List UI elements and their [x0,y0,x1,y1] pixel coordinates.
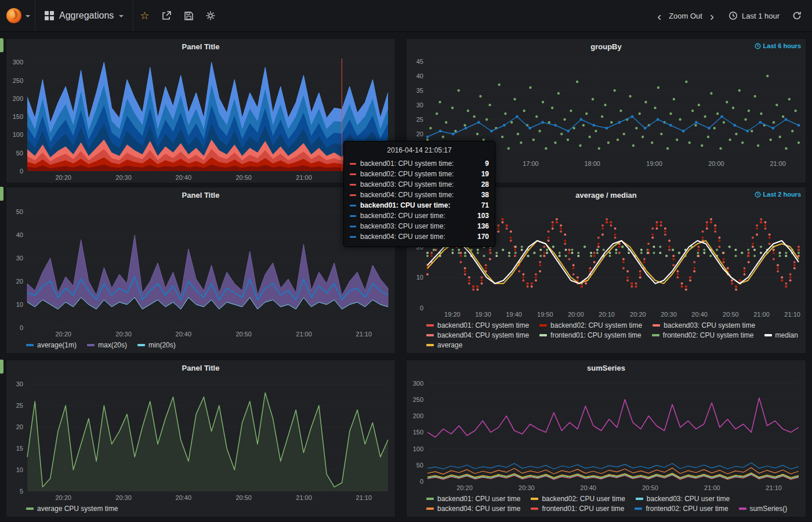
svg-text:20:50: 20:50 [642,484,658,491]
series-color-swatch [87,344,95,346]
series-color-dash [350,215,356,217]
legend-item[interactable]: backend04: CPU system time [426,331,529,339]
legend-item[interactable]: backend02: CPU user time [531,495,625,503]
tooltip-series-label: backend02: CPU system time: [360,170,454,178]
svg-text:19:50: 19:50 [537,311,553,318]
legend-label: frontend02: CPU system time [663,331,754,339]
svg-text:20:20: 20:20 [630,311,646,318]
legend-item[interactable]: frontend01: CPU user time [531,505,624,513]
series-color-swatch [137,344,145,346]
svg-text:35: 35 [416,87,423,94]
panel-title[interactable]: Panel Title [6,360,395,375]
legend-item[interactable]: backend03: CPU user time [636,495,730,503]
svg-text:20:40: 20:40 [176,331,192,338]
legend: backend01: CPU system timebackend02: CPU… [407,320,806,353]
legend-item[interactable]: backend01: CPU user time [426,495,520,503]
grafana-logo-icon [5,7,23,24]
panel-avg-max-min: Panel Title 0102030405020:2020:3020:4020… [6,187,396,354]
svg-text:20:40: 20:40 [580,484,596,491]
svg-text:20:40: 20:40 [176,494,192,501]
svg-text:20:30: 20:30 [661,311,677,318]
svg-text:200: 200 [13,95,23,102]
chart-sumseries[interactable]: 05010015020025030020:2020:3020:4020:5021… [407,375,806,493]
legend-item[interactable]: max(20s) [87,341,127,349]
legend-label: frontend01: CPU system time [550,331,641,339]
tooltip-series-row: backend04: CPU user time:170 [350,231,489,242]
panel-title[interactable]: groupBy Last 6 hours [407,39,806,54]
series-color-swatch [635,507,642,510]
row-collapse-handle[interactable] [0,38,3,52]
legend-item[interactable]: backend02: CPU system time [539,321,642,329]
svg-text:20: 20 [16,278,23,285]
row-collapse-handle[interactable] [0,187,3,201]
panel-title[interactable]: Panel Title [6,39,395,54]
series-color-swatch [764,334,772,336]
svg-text:19:00: 19:00 [646,160,662,167]
svg-text:20:40: 20:40 [691,311,708,318]
time-back-button[interactable]: ‹ [654,10,664,22]
tooltip-series-row: backend04: CPU system time:38 [350,190,489,200]
svg-text:20:20: 20:20 [55,494,71,501]
legend-label: frontend02: CPU user time [646,505,728,513]
share-dashboard-button[interactable] [155,0,177,31]
panel-title[interactable]: sumSeries [407,360,806,375]
svg-text:0: 0 [420,304,423,311]
tooltip-series-value: 9 [485,160,489,168]
legend-item[interactable]: average CPU system time [26,505,118,513]
svg-text:150: 150 [13,113,23,120]
star-icon: ☆ [140,10,149,21]
time-forward-button[interactable]: › [707,10,717,22]
svg-text:20: 20 [416,130,423,137]
graph-hover-tooltip: 2016-04-14 21:05:17 backend01: CPU syste… [343,141,495,247]
legend-item[interactable]: frontend02: CPU system time [652,331,754,339]
series-color-dash [350,236,356,238]
refresh-button[interactable] [786,11,807,20]
legend-item[interactable]: backend03: CPU system time [652,321,755,329]
svg-text:21:10: 21:10 [356,331,372,338]
series-color-swatch [539,334,547,336]
dashboard-settings-button[interactable] [200,0,222,31]
legend-item[interactable]: backend04: CPU user time [426,505,520,513]
dashboard-picker[interactable]: Aggregations [35,0,133,31]
legend-item[interactable]: frontend01: CPU system time [539,331,641,339]
chart-stacked-cpu[interactable]: 05010015020025030020:2020:3020:4020:5021… [6,54,395,183]
save-dashboard-button[interactable] [177,0,200,31]
clock-icon [755,43,761,49]
grafana-main-menu[interactable] [0,0,35,31]
legend-item[interactable]: average [426,341,462,349]
legend-item[interactable]: frontend02: CPU user time [635,505,728,513]
svg-text:21:00: 21:00 [296,174,312,181]
svg-text:5: 5 [20,488,23,495]
panel-time-override-badge: Last 6 hours [755,42,801,49]
svg-text:10: 10 [16,301,23,308]
panel-title[interactable]: Panel Title [6,187,395,202]
legend-label: average [437,341,462,349]
tooltip-series-value: 103 [477,212,489,220]
svg-text:20:20: 20:20 [55,174,71,181]
svg-text:20:30: 20:30 [115,331,132,338]
series-color-dash [350,226,356,227]
legend-label: backend02: CPU system time [550,321,642,329]
legend-item[interactable]: sumSeries() [739,505,788,513]
chart-avg-cpu[interactable]: 5101520253020:2020:3020:4020:5021:0021:1… [6,375,395,503]
series-color-swatch [426,334,434,336]
tooltip-series-row: backend03: CPU system time:28 [350,179,489,190]
row-collapse-handle[interactable] [0,360,3,374]
legend-item[interactable]: average(1m) [26,341,77,349]
chart-avg-max-min[interactable]: 0102030405020:2020:3020:4020:5021:0021:1… [6,202,395,339]
legend-label: max(20s) [98,341,127,349]
svg-text:20:50: 20:50 [235,494,252,501]
gear-icon [205,10,216,21]
tooltip-series-label: backend04: CPU user time: [360,233,445,241]
panel-time-override-badge: Last 2 hours [755,191,801,198]
legend-item[interactable]: median [764,331,798,339]
svg-text:21:00: 21:00 [704,484,720,491]
tooltip-series-value: 170 [477,233,489,241]
svg-text:200: 200 [413,412,423,419]
time-range-picker[interactable]: Last 1 hour [722,11,786,20]
legend-item[interactable]: backend01: CPU system time [426,321,529,329]
legend-item[interactable]: min(20s) [137,341,176,349]
zoom-out-button[interactable]: Zoom Out [669,12,702,20]
svg-text:0: 0 [20,324,23,331]
star-dashboard-button[interactable]: ☆ [133,0,155,31]
